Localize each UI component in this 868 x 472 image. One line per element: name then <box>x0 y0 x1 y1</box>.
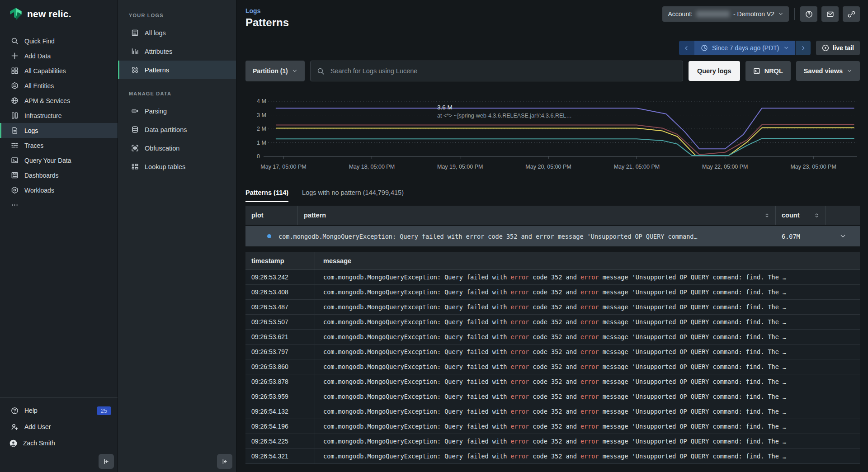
live-tail-button[interactable]: live tail <box>816 41 860 55</box>
log-row[interactable]: 09:26:53.959com.mongodb.MongoQueryExcept… <box>245 389 860 404</box>
tab-logs-with-no-pattern-144-799-415[interactable]: Logs with no pattern (144,799,415) <box>302 189 404 202</box>
logs-nav-item-obfuscation[interactable]: Obfuscation <box>118 139 236 157</box>
log-timestamp: 09:26:53.797 <box>245 345 315 359</box>
sidebar-item-label: Logs <box>24 127 38 134</box>
highlighted-term: error <box>511 333 529 340</box>
sidebar-item-dashboards[interactable]: Dashboards <box>0 168 118 183</box>
sidebar-item-workloads[interactable]: Workloads <box>0 183 118 198</box>
account-id-redacted <box>696 11 730 17</box>
page-title: Patterns <box>245 16 289 29</box>
highlighted-term: error <box>580 378 599 385</box>
svg-text:May 23, 05:00 PM: May 23, 05:00 PM <box>790 164 836 170</box>
sidebar-item-all-capabilities[interactable]: All Capabilities <box>0 63 118 78</box>
pattern-table-header: plot pattern count <box>245 206 860 225</box>
logs-nav-item-data-partitions[interactable]: Data partitions <box>118 120 236 139</box>
log-row[interactable]: 09:26:53.797com.mongodb.MongoQueryExcept… <box>245 345 860 359</box>
clock-icon <box>701 44 708 52</box>
breadcrumb[interactable]: Logs <box>245 7 260 14</box>
add-user-icon <box>11 423 19 431</box>
log-row[interactable]: 09:26:53.621com.mongodb.MongoQueryExcept… <box>245 330 860 345</box>
log-row[interactable]: 09:26:53.860com.mongodb.MongoQueryExcept… <box>245 359 860 374</box>
column-header-pattern[interactable]: pattern <box>298 206 776 225</box>
pattern-row[interactable]: com.mongodb.MongoQueryException: Query f… <box>245 226 860 246</box>
highlighted-term: error <box>511 274 529 281</box>
log-row[interactable]: 09:26:54.225com.mongodb.MongoQueryExcept… <box>245 434 860 449</box>
user-item[interactable]: Zach Smith <box>0 435 118 451</box>
log-message: com.mongodb.MongoQueryException: Query f… <box>315 363 860 370</box>
terminal-icon <box>11 156 19 164</box>
help-badge: 25 <box>97 406 111 415</box>
logs-nav-item-patterns[interactable]: Patterns <box>118 61 236 79</box>
main-content: Logs Patterns Account: - Demotron V2 Sin… <box>236 0 868 472</box>
tab-patterns-114[interactable]: Patterns (114) <box>245 189 288 202</box>
time-forward-button[interactable] <box>795 41 811 55</box>
sidebar-item-logs[interactable]: Logs <box>0 123 118 138</box>
sidebar-item-more[interactable] <box>0 198 118 212</box>
sidebar-item-infrastructure[interactable]: Infrastructure <box>0 108 118 123</box>
logs-nav-item-lookup-tables[interactable]: Lookup tables <box>118 157 236 176</box>
play-icon <box>822 44 829 52</box>
log-row[interactable]: 09:26:53.507com.mongodb.MongoQueryExcept… <box>245 315 860 330</box>
logs-nav-item-attributes[interactable]: Attributes <box>118 42 236 61</box>
nrql-button[interactable]: NRQL <box>745 61 791 81</box>
svg-text:May 17, 05:00 PM: May 17, 05:00 PM <box>260 164 306 170</box>
log-message: com.mongodb.MongoQueryException: Query f… <box>315 303 860 311</box>
search-input[interactable] <box>330 67 676 75</box>
collapse-icon <box>221 458 228 465</box>
share-link-button[interactable] <box>843 6 860 22</box>
entities-icon <box>11 82 19 90</box>
query-logs-button[interactable]: Query logs <box>689 61 740 81</box>
logs-sidebar-collapse-button[interactable] <box>217 454 232 469</box>
log-timestamp: 09:26:54.225 <box>245 434 315 448</box>
sidebar-item-apm-services[interactable]: APM & Services <box>0 93 118 108</box>
column-header-expand <box>826 206 860 225</box>
log-row[interactable]: 09:26:54.321com.mongodb.MongoQueryExcept… <box>245 449 860 464</box>
collapse-pattern-button[interactable] <box>826 233 860 240</box>
highlighted-term: error <box>511 318 529 326</box>
log-timestamp: 09:26:54.321 <box>245 449 315 463</box>
log-row[interactable]: 09:26:53.878com.mongodb.MongoQueryExcept… <box>245 374 860 389</box>
chevron-down-icon <box>778 11 783 17</box>
log-row[interactable]: 09:26:54.132com.mongodb.MongoQueryExcept… <box>245 404 860 419</box>
column-header-count[interactable]: count <box>776 206 826 225</box>
time-back-button[interactable] <box>679 41 694 55</box>
log-row[interactable]: 09:26:53.487com.mongodb.MongoQueryExcept… <box>245 300 860 315</box>
help-icon <box>11 407 19 415</box>
log-timestamp: 09:26:54.132 <box>245 404 315 419</box>
log-timestamp: 09:26:53.408 <box>245 285 315 299</box>
logs-nav-item-label: All logs <box>145 29 166 37</box>
link-icon <box>848 10 855 18</box>
log-row[interactable]: 09:26:53.408com.mongodb.MongoQueryExcept… <box>245 285 860 300</box>
sidebar-item-query-your-data[interactable]: Query Your Data <box>0 153 118 168</box>
log-rows: 09:26:53.242com.mongodb.MongoQueryExcept… <box>245 270 860 464</box>
log-row[interactable]: 09:26:54.196com.mongodb.MongoQueryExcept… <box>245 419 860 434</box>
help-button[interactable] <box>800 6 817 22</box>
messages-button[interactable] <box>821 6 839 22</box>
sidebar-item-label: APM & Services <box>24 97 70 104</box>
highlighted-term: error <box>511 453 529 460</box>
sidebar-collapse-button[interactable] <box>99 454 114 469</box>
saved-views-dropdown[interactable]: Saved views <box>796 61 860 81</box>
svg-text:1 M: 1 M <box>257 140 266 146</box>
account-switcher[interactable]: Account: - Demotron V2 <box>662 6 789 22</box>
help-item[interactable]: Help 25 <box>0 402 118 419</box>
logs-icon <box>11 127 19 134</box>
sort-icon[interactable] <box>814 212 820 218</box>
time-range-picker[interactable]: Since 7 days ago (PDT) <box>694 41 795 55</box>
time-picker-group: Since 7 days ago (PDT) <box>679 41 811 55</box>
sidebar-item-all-entities[interactable]: All Entities <box>0 78 118 93</box>
logs-nav-item-parsing[interactable]: Parsing <box>118 102 236 120</box>
globe-icon <box>11 97 19 104</box>
sidebar-item-quick-find[interactable]: Quick Find <box>0 33 118 48</box>
partition-dropdown[interactable]: Partition (1) <box>245 61 305 81</box>
sort-icon[interactable] <box>764 212 770 218</box>
log-row[interactable]: 09:26:53.242com.mongodb.MongoQueryExcept… <box>245 270 860 285</box>
logs-nav-item-all-logs[interactable]: All logs <box>118 24 236 42</box>
add-user-item[interactable]: Add User <box>0 419 118 435</box>
sidebar-item-add-data[interactable]: Add Data <box>0 48 118 63</box>
account-value: - Demotron V2 <box>733 10 774 18</box>
log-message: com.mongodb.MongoQueryException: Query f… <box>315 348 860 355</box>
sidebar-item-traces[interactable]: Traces <box>0 138 118 153</box>
log-volume-chart: 01 M2 M3 M4 MMay 17, 05:00 PMMay 18, 05:… <box>245 92 859 183</box>
all-logs-icon <box>131 29 139 37</box>
